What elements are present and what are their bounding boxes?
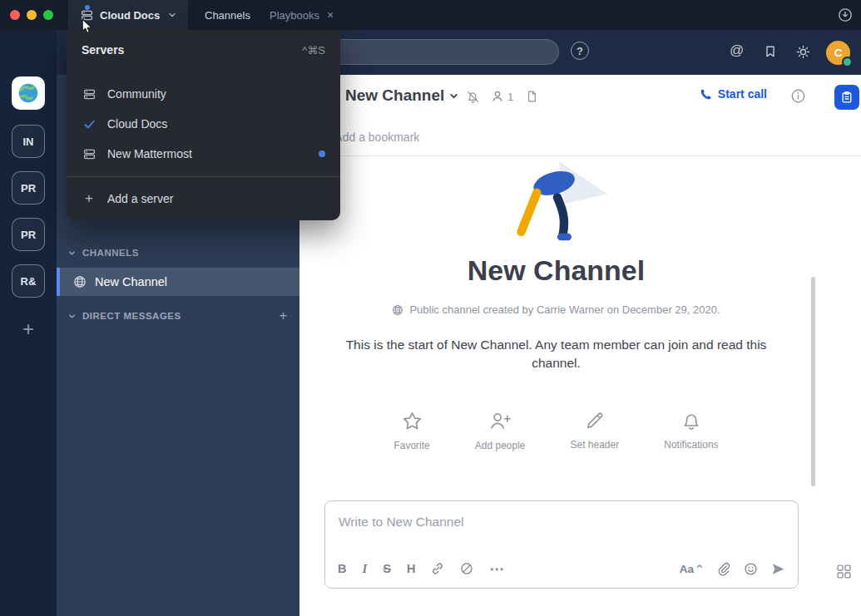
direct-messages-section-header[interactable]: DIRECT MESSAGES + (57, 303, 299, 328)
channels-section-header[interactable]: CHANNELS (57, 240, 299, 265)
playbooks-rail-button[interactable] (834, 85, 859, 110)
byline-text: Public channel created by Carrie Warner … (409, 303, 720, 316)
unread-dot (319, 150, 325, 157)
add-team-button[interactable]: + (12, 313, 45, 346)
more-formatting-button[interactable]: ⋯ (489, 560, 504, 578)
member-icon (491, 90, 504, 103)
menu-item-label: Cloud Docs (107, 117, 167, 131)
menu-item-cloud-docs[interactable]: Cloud Docs (67, 109, 340, 139)
channel-intro-description: This is the start of New Channel. Any te… (329, 336, 783, 373)
tab-close-icon[interactable]: × (327, 8, 334, 22)
mentions-icon[interactable]: @ (730, 43, 744, 57)
formatting-toolbar: B I S H ⋯ Aa (325, 549, 798, 588)
muted-bell-icon[interactable] (466, 90, 480, 104)
channels-section-label: CHANNELS (82, 248, 139, 258)
slash-command-icon[interactable] (460, 562, 473, 575)
team-item[interactable]: PR (12, 218, 45, 251)
message-composer[interactable]: Write to New Channel B I S H ⋯ Aa (324, 500, 799, 589)
heading-button[interactable]: H (407, 562, 415, 575)
start-call-label: Start call (718, 87, 767, 101)
active-channel-indicator (57, 268, 60, 296)
tab-playbooks[interactable]: Playbooks × (263, 0, 340, 30)
team-item[interactable]: R& (12, 264, 45, 298)
server-icon (82, 148, 96, 160)
servers-menu-shortcut: ^⌘S (302, 44, 325, 57)
window-minimize-button[interactable] (27, 10, 37, 20)
chevron-down-icon (449, 91, 458, 101)
team-item[interactable]: PR (12, 171, 45, 205)
channel-info-icon[interactable] (790, 88, 806, 104)
user-avatar[interactable]: C (826, 41, 850, 65)
team-sidebar: IN PR PR R& + (0, 30, 57, 616)
apps-grid-icon[interactable] (836, 564, 852, 579)
tab-channels[interactable]: Channels (198, 0, 257, 30)
window-maximize-button[interactable] (43, 10, 53, 20)
send-icon[interactable] (771, 562, 785, 576)
team-item-active[interactable] (12, 76, 45, 110)
avatar-initial: C (834, 47, 843, 59)
link-icon[interactable] (431, 562, 444, 575)
format-toggle-label: Aa (680, 563, 694, 575)
chevron-up-icon (696, 563, 703, 569)
set-header-label: Set header (571, 439, 620, 451)
servers-menu-title: Servers (82, 43, 124, 57)
channel-members-button[interactable]: 1 (491, 90, 513, 103)
globe-team-avatar (16, 81, 41, 106)
channel-files-icon[interactable] (526, 90, 538, 103)
format-toggle-button[interactable]: Aa (680, 563, 703, 575)
chevron-down-icon (168, 11, 176, 19)
sidebar-item-new-channel[interactable]: New Channel (57, 268, 299, 296)
add-direct-message-button[interactable]: + (280, 308, 288, 324)
set-header-button[interactable]: Set header (571, 410, 620, 451)
content-scrollbar[interactable] (811, 277, 815, 486)
start-call-button[interactable]: Start call (700, 87, 767, 101)
notifications-button[interactable]: Notifications (664, 410, 718, 451)
help-button[interactable]: ? (571, 42, 589, 60)
tab-channels-label: Channels (205, 9, 250, 22)
message-input[interactable]: Write to New Channel (325, 501, 798, 530)
channel-intro: New Channel Public channel created by Ca… (299, 161, 813, 451)
menu-item-new-mattermost[interactable]: New Mattermost (67, 139, 340, 169)
add-server-menu-item[interactable]: + Add a server (67, 183, 340, 214)
attachment-icon[interactable] (716, 562, 730, 576)
favorite-button[interactable]: Favorite (393, 410, 429, 451)
tab-playbooks-label: Playbooks (270, 9, 319, 22)
channel-intro-title: New Channel (299, 254, 813, 287)
servers-menu-header: Servers ^⌘S (67, 30, 340, 70)
channel-header-title[interactable]: New Channel (345, 86, 458, 105)
chevron-down-icon (68, 313, 76, 320)
gear-icon[interactable] (795, 44, 811, 60)
italic-button[interactable]: I (362, 562, 367, 576)
bookmark-bar[interactable]: + Add a bookmark (299, 119, 861, 156)
dm-section-label: DIRECT MESSAGES (82, 311, 181, 321)
add-bookmark-label: Add a bookmark (334, 131, 419, 144)
star-icon (401, 410, 423, 432)
servers-dropdown-menu: Servers ^⌘S Community Cloud Docs New Mat… (67, 30, 340, 220)
strikethrough-button[interactable]: S (383, 562, 391, 575)
window-titlebar: Cloud Docs Channels Playbooks × (0, 0, 861, 30)
team-initials: PR (21, 229, 36, 241)
server-unread-dot (85, 5, 90, 10)
add-server-label: Add a server (107, 192, 173, 205)
clipboard-icon (840, 91, 854, 104)
person-plus-icon (488, 410, 512, 432)
emoji-icon[interactable] (744, 562, 758, 576)
team-initials: R& (21, 275, 37, 288)
bold-button[interactable]: B (338, 562, 346, 575)
menu-item-community[interactable]: Community (67, 79, 340, 109)
channel-intro-byline: Public channel created by Carrie Warner … (299, 303, 813, 316)
pencil-icon (584, 410, 606, 431)
plus-icon: + (82, 190, 96, 207)
server-tab-label: Cloud Docs (100, 9, 160, 22)
main-content: New Channel 1 Start call + (299, 75, 861, 616)
mattermost-app-window: Cloud Docs Channels Playbooks × Search ?… (0, 0, 861, 616)
window-close-button[interactable] (10, 10, 20, 20)
channel-name: New Channel (95, 275, 167, 288)
team-item[interactable]: IN (12, 125, 45, 158)
add-people-button[interactable]: Add people (475, 410, 526, 451)
mouse-cursor (82, 18, 93, 36)
globe-icon (73, 275, 87, 288)
saved-posts-icon[interactable] (764, 45, 777, 58)
download-update-icon[interactable] (838, 7, 853, 22)
menu-item-label: New Mattermost (107, 147, 192, 160)
